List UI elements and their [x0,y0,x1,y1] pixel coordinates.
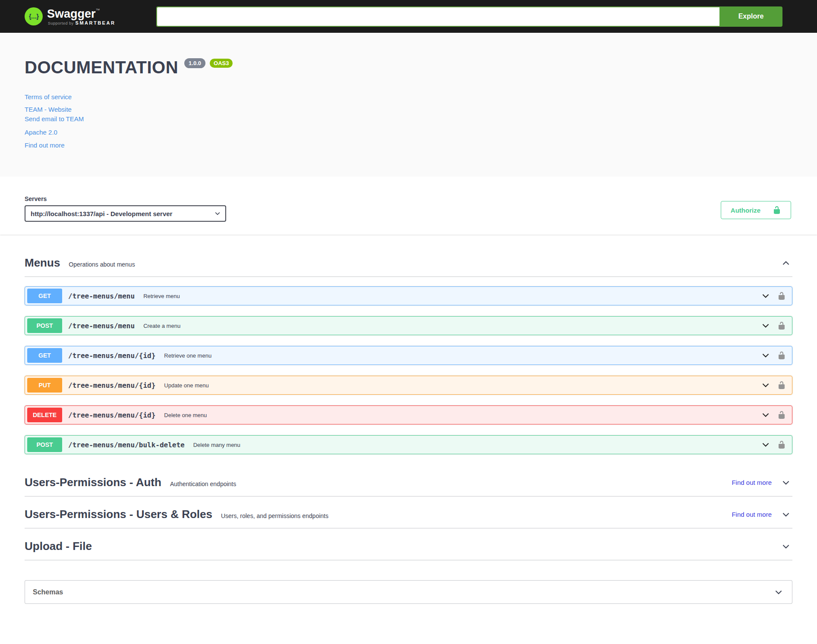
operation-list: GET /tree-menus/menu Retrieve menu POST … [25,286,792,454]
operation-path: /tree-menus/menu/{id} [68,411,155,419]
operation-path: /tree-menus/menu/{id} [68,352,155,360]
license-link[interactable]: Apache 2.0 [25,128,792,137]
unlocked-padlock-icon [777,351,786,360]
tag-header-menus[interactable]: Menus Operations about menus [25,250,792,277]
operation-path: /tree-menus/menu [68,292,135,300]
terms-of-service-link[interactable]: Terms of service [25,93,792,101]
external-docs-link[interactable]: Find out more [732,511,772,518]
unlocked-padlock-icon [777,411,786,419]
tag-title: Users-Permissions - Users & Roles [25,508,212,521]
explore-form: Explore [156,6,782,27]
server-select[interactable]: http://localhost:1337/api - Development … [25,205,226,222]
auth-lock-button[interactable] [777,292,786,300]
operation-summary: Create a menu [143,323,180,329]
expand-operation-button[interactable] [761,380,770,390]
auth-lock-button[interactable] [777,381,786,390]
operation-row-post-tree-menus-menu[interactable]: POST /tree-menus/menu Create a menu [25,316,792,335]
expand-section-button[interactable] [781,478,791,487]
contact-email-link[interactable]: Send email to TEAM [25,115,792,123]
chevron-down-icon [774,587,783,597]
schemas-section[interactable]: Schemas [25,580,792,604]
expand-operation-button[interactable] [761,321,770,330]
chevron-up-icon [781,258,791,268]
operation-path: /tree-menus/menu/bulk-delete [68,441,185,449]
operation-summary: Delete many menu [193,442,240,448]
method-badge: POST [27,318,62,333]
unlocked-padlock-icon [773,206,781,214]
method-badge: PUT [27,378,62,393]
auth-lock-button[interactable] [777,321,786,330]
chevron-down-icon [781,542,791,551]
find-out-more-link[interactable]: Find out more [25,141,792,150]
servers-label: Servers [25,195,226,202]
version-badge: 1.0.0 [184,58,205,68]
auth-lock-button[interactable] [777,440,786,449]
chevron-down-icon [761,351,770,360]
tag-title: Upload - File [25,540,92,553]
chevron-down-icon [781,478,791,487]
page-title: DOCUMENTATION [25,57,178,77]
expand-operation-button[interactable] [761,351,770,360]
chevron-down-icon [761,321,770,330]
operation-path: /tree-menus/menu/{id} [68,381,155,390]
operation-path: /tree-menus/menu [68,322,135,330]
tag-title: Menus [25,256,60,270]
expand-schemas-button[interactable] [774,587,783,597]
unlocked-padlock-icon [777,440,786,449]
operation-row-delete-tree-menus-menu-id[interactable]: DELETE /tree-menus/menu/{id} Delete one … [25,405,792,424]
tag-header-users-permissions-auth[interactable]: Users-Permissions - Auth Authentication … [25,470,792,496]
chevron-down-icon [761,410,770,420]
chevron-down-icon [761,380,770,390]
expand-operation-button[interactable] [761,291,770,301]
expand-section-button[interactable] [781,542,791,551]
authorize-button[interactable]: Authorize [721,201,791,219]
supported-by-label: Supported bySMARTBEAR [47,20,115,25]
operation-row-post-bulk-delete[interactable]: POST /tree-menus/menu/bulk-delete Delete… [25,435,792,454]
auth-lock-button[interactable] [777,411,786,419]
method-badge: GET [27,289,62,303]
unlocked-padlock-icon [777,321,786,330]
tag-description: Authentication endpoints [170,481,236,487]
topbar: {…} Swagger™ Supported bySMARTBEAR Explo… [0,0,817,33]
expand-operation-button[interactable] [761,410,770,420]
operation-summary: Update one menu [164,382,208,389]
operation-summary: Delete one menu [164,412,207,418]
tag-title: Users-Permissions - Auth [25,476,161,489]
tag-description: Operations about menus [69,261,135,268]
expand-section-button[interactable] [781,510,791,519]
tag-description: Users, roles, and permissions endpoints [221,512,328,519]
operation-summary: Retrieve menu [143,293,180,299]
scheme-container: Servers http://localhost:1337/api - Deve… [0,176,817,235]
operation-summary: Retrieve one menu [164,352,211,359]
oas3-badge: OAS3 [210,59,233,68]
method-badge: DELETE [27,408,62,422]
swagger-logo-icon: {…} [25,7,43,25]
team-website-link[interactable]: TEAM - Website [25,105,792,114]
unlocked-padlock-icon [777,381,786,390]
tag-header-upload-file[interactable]: Upload - File [25,534,792,560]
tag-header-users-permissions-users-roles[interactable]: Users-Permissions - Users & Roles Users,… [25,502,792,528]
external-docs-link[interactable]: Find out more [732,479,772,486]
swagger-logo: {…} Swagger™ Supported bySMARTBEAR [25,7,115,25]
schemas-title: Schemas [33,588,63,596]
trademark-symbol: ™ [96,8,100,13]
info-links: Terms of service TEAM - Website Send ema… [25,93,792,150]
operations-wrapper: Menus Operations about menus GET /tree-m… [0,250,817,560]
chevron-down-icon [761,291,770,301]
smartbear-wordmark: SMARTBEAR [76,20,116,25]
operation-row-get-tree-menus-menu-id[interactable]: GET /tree-menus/menu/{id} Retrieve one m… [25,346,792,365]
method-badge: POST [27,437,62,452]
chevron-down-icon [761,440,770,449]
chevron-down-icon [781,510,791,519]
method-badge: GET [27,348,62,363]
collapse-section-button[interactable] [781,258,791,268]
info-section: DOCUMENTATION 1.0.0 OAS3 Terms of servic… [0,33,817,176]
auth-lock-button[interactable] [777,351,786,360]
unlocked-padlock-icon [777,292,786,300]
brand-name: Swagger [47,7,96,20]
explore-button[interactable]: Explore [719,6,782,27]
expand-operation-button[interactable] [761,440,770,449]
operation-row-put-tree-menus-menu-id[interactable]: PUT /tree-menus/menu/{id} Update one men… [25,376,792,395]
operation-row-get-tree-menus-menu[interactable]: GET /tree-menus/menu Retrieve menu [25,286,792,305]
spec-url-input[interactable] [156,6,719,27]
